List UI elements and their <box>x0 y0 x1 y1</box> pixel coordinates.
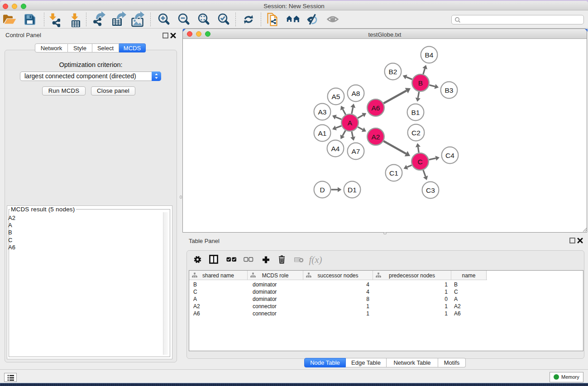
svg-text:A8: A8 <box>352 90 360 97</box>
svg-text:D: D <box>320 186 325 194</box>
svg-text:D1: D1 <box>348 186 357 194</box>
svg-text:B3: B3 <box>445 86 454 94</box>
svg-text:A7: A7 <box>352 148 360 155</box>
svg-text:B: B <box>418 79 423 87</box>
svg-text:C1: C1 <box>389 169 398 177</box>
svg-text:A6: A6 <box>372 104 380 112</box>
svg-text:B1: B1 <box>411 109 420 116</box>
svg-text:A4: A4 <box>331 145 340 152</box>
svg-text:B2: B2 <box>389 68 397 76</box>
svg-text:C4: C4 <box>445 152 454 159</box>
svg-text:A: A <box>348 119 353 127</box>
svg-text:A3: A3 <box>318 108 327 116</box>
svg-text:A5: A5 <box>332 93 340 100</box>
svg-text:C3: C3 <box>426 186 435 194</box>
svg-text:C: C <box>417 158 422 166</box>
svg-text:A2: A2 <box>372 133 380 141</box>
svg-text:A1: A1 <box>318 129 327 137</box>
svg-text:B4: B4 <box>425 51 434 59</box>
svg-text:C2: C2 <box>411 129 421 137</box>
